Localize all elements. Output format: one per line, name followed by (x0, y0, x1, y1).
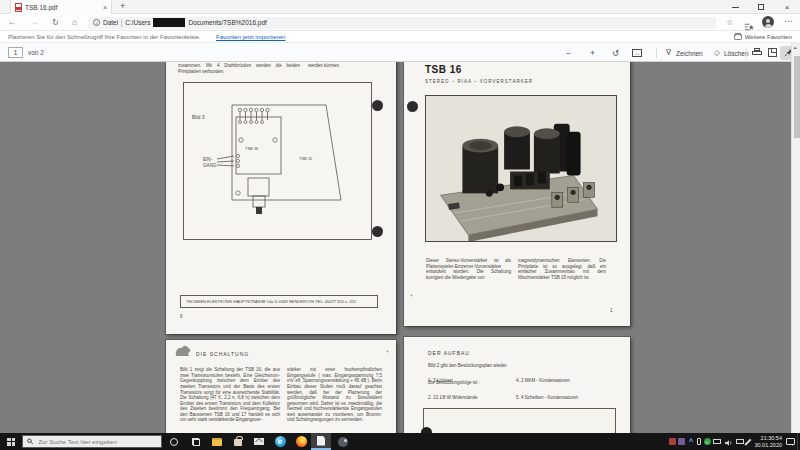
rotate-icon[interactable]: ↺ (612, 48, 619, 58)
minimize-button[interactable] (722, 0, 748, 14)
favorite-star-icon[interactable]: ☆ (726, 18, 733, 28)
draw-pen-icon[interactable]: ∇ (666, 48, 671, 58)
folder-icon (734, 34, 742, 40)
file-explorer-icon[interactable] (207, 433, 227, 450)
page1-footer-box: THOMSEN ELEKTRONIK HAUPTSTRASSE 54a D-63… (180, 295, 378, 308)
print-body (752, 51, 762, 55)
mail-icon[interactable] (249, 433, 269, 450)
action-center-icon[interactable] (786, 438, 795, 445)
minimize-icon (732, 7, 739, 8)
taskbar-clock[interactable]: 21:30:54 30.01.2020 (736, 435, 782, 448)
doc-title: TSB 16 (425, 64, 462, 75)
tray-app1-icon[interactable] (669, 438, 676, 445)
task-view-icon[interactable] (186, 433, 206, 450)
page1-number: 6 (180, 314, 200, 325)
input-label-line2: GANG (203, 163, 217, 168)
fit-to-width-icon[interactable]: ↔ (632, 49, 642, 57)
toolbar-divider (746, 48, 747, 58)
address-divider (121, 19, 122, 27)
new-tab-button[interactable]: + (120, 1, 125, 11)
tray-security-icon[interactable]: ✓ (704, 438, 711, 445)
edge-icon[interactable]: e (270, 433, 290, 450)
page3-column2: stärker mit einer hochempfindlichen Eing… (287, 367, 382, 433)
page1-column2: werden können. (308, 63, 384, 74)
pdf-page-2-right: DER AUFBAU Bild 2 gibt den Bestückungspl… (404, 337, 630, 433)
publisher-stamp-icon (174, 344, 192, 362)
hidden-icons-chevron[interactable]: ^ (688, 438, 695, 445)
close-button[interactable]: × (774, 0, 800, 14)
page3-column1: Bild 1 zeigt die Schaltung der TSB 16, d… (180, 367, 280, 433)
firefox-icon[interactable] (291, 433, 311, 450)
tray-phone-icon[interactable] (697, 438, 701, 445)
page3-heading: DIE SCHALTUNG (196, 351, 316, 363)
punch-hole (372, 100, 383, 111)
pdf-page-2-left: DIE SCHALTUNG Bild 1 zeigt die Schaltung… (166, 340, 396, 433)
more-menu-icon[interactable]: ⋯ (784, 16, 793, 26)
pdf-page-1-right: TSB 16 STEREO – RIAA – VORVERSTÄRKER (404, 62, 630, 326)
edge-logo-letter: e (275, 436, 286, 447)
clock-date: 30.01.2020 (736, 442, 782, 449)
scroll-up-icon[interactable]: ▲ (793, 45, 797, 50)
page-count-label: von 2 (28, 49, 44, 56)
page-number-input[interactable]: 1 (8, 47, 23, 58)
more-favorites-button[interactable]: Weitere Favoriten (734, 34, 792, 40)
import-favorites-link[interactable]: Favoriten jetzt importieren (216, 34, 285, 40)
page2-column1: Dieser Stereo-Vorverstärker ist als Plat… (426, 258, 511, 303)
address-url-prefix: C:/Users (125, 19, 150, 26)
vertical-scrollbar[interactable]: ▲ (791, 43, 800, 433)
page2-column2: magnetdynamischen Elementen. Die Printpl… (518, 258, 606, 303)
forward-icon[interactable]: → (30, 17, 39, 27)
pdf-file-icon (15, 3, 22, 12)
eraser-icon[interactable]: ◇ (714, 48, 720, 58)
tab-close-icon[interactable]: × (103, 4, 107, 11)
figure-bild-3: Bild 3 TSB 16 TSB 15 EIN- GANG (183, 82, 372, 240)
back-icon[interactable]: ← (8, 17, 17, 27)
punch-hole (407, 101, 418, 112)
figure-bild-2-box (423, 408, 616, 433)
doc-subtitle: STEREO – RIAA – VORVERSTÄRKER (425, 79, 605, 90)
taskbar-search-box[interactable] (22, 435, 162, 448)
pdf-toolbar: 1 von 2 − + ↺ ↔ ∇ Zeichnen ◇ Löschen (0, 43, 800, 62)
browser-tab[interactable]: TSB 16.pdf × (10, 0, 112, 14)
home-icon[interactable]: ⌂ (72, 17, 77, 27)
edge-browser-window: TSB 16.pdf × + × ← → ↻ ⌂ i Datei C:/User… (0, 0, 800, 450)
scrollbar-thumb[interactable] (794, 56, 800, 138)
maximize-button[interactable] (748, 0, 774, 14)
store-icon[interactable] (228, 433, 248, 450)
refresh-icon[interactable]: ↻ (52, 17, 59, 27)
favorites-bar: Platzieren Sie für den Schnellzugriff Ih… (0, 31, 800, 43)
browser-nav-bar: ← → ↻ ⌂ i Datei C:/Users Documents/TSB%2… (0, 14, 800, 31)
save-icon[interactable] (768, 48, 777, 57)
tray-volume-icon[interactable] (724, 433, 734, 450)
circuit-board-photo (425, 95, 617, 242)
tray-app2-icon[interactable] (678, 438, 685, 445)
steam-icon[interactable] (333, 433, 353, 450)
windows-taskbar: e ^ ✓ 21:30:54 30.01.2020 (0, 433, 800, 450)
start-button[interactable] (0, 433, 22, 450)
favorites-hint-text: Platzieren Sie für den Schnellzugriff Ih… (8, 34, 201, 40)
address-scheme-label: Datei (103, 19, 118, 26)
zoom-out-icon[interactable]: − (566, 48, 571, 58)
windows-logo-icon (7, 438, 15, 446)
redaction-box (153, 18, 185, 27)
draw-button[interactable]: Zeichnen (676, 50, 703, 57)
print-icon[interactable] (752, 48, 762, 56)
erase-button[interactable]: Löschen (724, 50, 749, 57)
search-icon (27, 438, 33, 445)
publisher-address: THOMSEN ELEKTRONIK HAUPTSTRASSE 54a D-63… (186, 299, 378, 304)
active-pdf-app-icon[interactable] (311, 433, 331, 450)
page4-heading: DER AUFBAU (428, 350, 548, 362)
toolbar-divider (656, 48, 657, 58)
pdf-page-1-left: zusammen. Mit 4 Drahtbrücken werden die … (166, 62, 396, 334)
profile-avatar[interactable] (762, 16, 774, 28)
zoom-in-icon[interactable]: + (590, 48, 595, 58)
maximize-icon (758, 4, 764, 10)
cortana-icon[interactable] (164, 433, 184, 450)
tray-display-icon[interactable] (713, 439, 721, 445)
punch-hole (372, 226, 383, 237)
search-input[interactable] (36, 438, 157, 446)
page2-number: 1 (610, 308, 624, 319)
file-scheme-icon: i (93, 19, 100, 26)
address-bar[interactable]: i Datei C:/Users Documents/TSB%2016.pdf (88, 17, 716, 29)
window-controls: × (722, 0, 800, 14)
